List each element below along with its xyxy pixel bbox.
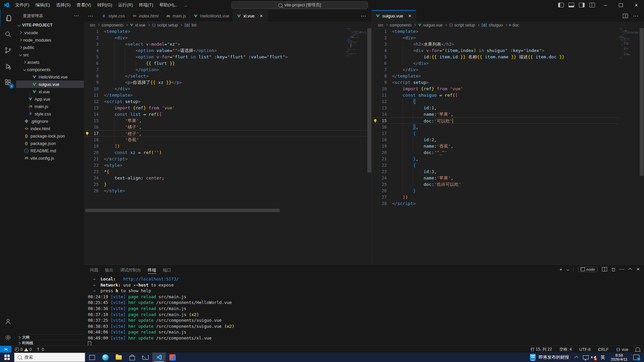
file-explorer-icon[interactable] xyxy=(112,353,125,362)
code-line-19[interactable]: 19 name:'香蕉', xyxy=(372,143,619,149)
code-editor-xl-vue[interactable]: 1<template>2 <div>3 <select v-model="xz"… xyxy=(84,28,367,264)
microsoft-store-icon[interactable] xyxy=(125,353,139,362)
code-line-12[interactable]: 12<script setup> xyxy=(84,98,367,105)
code-line-23[interactable]: 23*{ xyxy=(84,168,367,175)
code-line-10[interactable]: 10 </div> xyxy=(84,86,367,92)
tree-item-xl.vue[interactable]: xl.vue xyxy=(16,88,84,95)
edge-browser-icon[interactable] xyxy=(99,353,112,362)
outline-section[interactable]: 大纲 xyxy=(16,334,84,340)
mail-icon[interactable] xyxy=(139,353,152,362)
restore-button[interactable] xyxy=(613,0,629,10)
close-tab-icon[interactable]: ✕ xyxy=(407,13,413,18)
code-line-1[interactable]: 1<template> xyxy=(84,28,367,35)
tree-root-vite-project[interactable]: VITE-PROJECT xyxy=(16,21,84,29)
tree-item-style.css[interactable]: #style.css xyxy=(16,110,84,117)
menu-E[interactable]: 编辑(E) xyxy=(33,0,53,10)
code-line-3[interactable]: 3 <h2>水果列表</h2> xyxy=(372,41,619,47)
breadcrumb-item-shuiguo[interactable]: [@]shuiguo xyxy=(481,23,503,28)
code-line-20[interactable]: 20 doc:'^_^' xyxy=(372,149,619,156)
notification-center-button[interactable]: 4 xyxy=(631,353,644,362)
news-widget[interactable]: 即将发布的财报 xyxy=(526,353,573,362)
account-icon[interactable] xyxy=(0,313,16,329)
code-line-16[interactable]: 16 '橘子', xyxy=(84,124,367,130)
customize-layout-icon[interactable] xyxy=(589,3,595,7)
taskbar-search-input[interactable]: 搜索 xyxy=(14,353,85,362)
network-icon[interactable] xyxy=(581,353,591,362)
nav-back-button[interactable]: ← xyxy=(173,2,178,8)
tab-HelloWorld.vue[interactable]: HelloWorld.vue xyxy=(190,10,233,22)
code-line-2[interactable]: 2 <div> xyxy=(372,35,619,41)
panel-tab-调试控制台[interactable]: 调试控制台 xyxy=(120,265,141,275)
code-line-14[interactable]: 14 name:'苹果', xyxy=(372,111,619,117)
notifications-bell-icon[interactable] xyxy=(636,348,640,351)
sidebar-more-icon[interactable]: ··· xyxy=(74,13,79,18)
taskbar-clock[interactable]: 8:58 2026/4/11 xyxy=(607,353,631,362)
minimap-right[interactable]: <template> <div> <h2>水果列表</h2> <div v-fo… xyxy=(619,28,639,70)
tree-item-vite.config.js[interactable]: JSvite.config.js xyxy=(16,154,84,162)
breadcrumb-item-list[interactable]: [@]list xyxy=(184,23,197,28)
split-terminal-icon[interactable] xyxy=(602,267,607,271)
terminal-output[interactable]: → Local: http://localhost:5173/ → Networ… xyxy=(88,276,641,345)
tree-item-index.html[interactable]: <>index.html xyxy=(16,125,84,132)
remote-indicator[interactable]: >< xyxy=(0,346,11,353)
code-line-4[interactable]: 4 <option value="">请选择</option> xyxy=(84,47,367,54)
breadcrumb-item-src[interactable]: src xyxy=(378,23,383,28)
editor-actions-icon[interactable]: ··· xyxy=(361,13,366,18)
code-line-6[interactable]: 6 </div> xyxy=(372,60,619,66)
menu-S[interactable]: 选择(S) xyxy=(53,0,73,10)
code-editor-suiguo-vue[interactable]: 1<template>2 <div>3 <h2>水果列表</h2>4 <div … xyxy=(372,28,619,264)
tree-item-package.json[interactable]: {}package.json xyxy=(16,140,84,147)
code-line-22[interactable]: 22 { xyxy=(372,162,619,168)
code-line-9[interactable]: 9<script setup> xyxy=(372,79,619,86)
code-line-26[interactable]: 26 } xyxy=(372,188,619,194)
cursor-position-status[interactable]: 行 15, 列 22 xyxy=(531,347,552,352)
menu-R[interactable]: 运行(R) xyxy=(115,0,136,10)
code-line-10[interactable]: 10 import {ref} from 'vue' xyxy=(372,86,619,92)
tree-item-src[interactable]: src xyxy=(16,51,84,58)
settings-gear-icon[interactable] xyxy=(0,329,16,346)
minimap-left[interactable]: <template> <div> <select v-model="xz"> <… xyxy=(346,28,367,75)
code-line-24[interactable]: 24 text-align: center; xyxy=(84,175,367,181)
code-line-18[interactable]: 18 '香蕉' xyxy=(84,137,367,143)
input-language-indicator[interactable]: 英 xyxy=(598,353,607,362)
code-line-8[interactable]: 8</template> xyxy=(372,73,619,79)
terminal-instance-node[interactable]: > node xyxy=(578,267,598,272)
kill-terminal-icon[interactable] xyxy=(611,267,615,271)
tab-style.css[interactable]: #style.css xyxy=(98,10,128,22)
tree-item-.vscode[interactable]: .vscode xyxy=(16,29,84,36)
start-button[interactable] xyxy=(0,353,14,362)
ports-status[interactable]: 0 xyxy=(36,347,44,352)
toggle-sidebar-icon[interactable] xyxy=(558,3,564,7)
problems-status[interactable]: 0 0 xyxy=(15,347,32,352)
code-line-24[interactable]: 24 name:'苹果', xyxy=(372,175,619,181)
explorer-icon[interactable] xyxy=(0,10,16,26)
menu-V[interactable]: 查看(V) xyxy=(73,0,94,10)
eol-status[interactable]: CRLF xyxy=(598,347,608,352)
panel-tab-终端[interactable]: 终端 xyxy=(148,265,156,275)
panel-tab-问题[interactable]: 问题 xyxy=(90,265,98,275)
encoding-status[interactable]: UTF-8 xyxy=(579,347,591,352)
code-line-8[interactable]: 8 </select> xyxy=(84,73,367,79)
minimize-button[interactable]: ─ xyxy=(598,0,613,10)
code-line-4[interactable]: 4 <div v-for="(item,index) in shuiguo" :… xyxy=(372,47,619,54)
code-line-13[interactable]: 13 import {ref} from 'vue' xyxy=(84,105,367,111)
scrollbar-vertical-right[interactable] xyxy=(639,28,644,264)
tree-item-components[interactable]: components xyxy=(16,66,84,73)
code-line-1[interactable]: 1<template> xyxy=(372,28,619,35)
breadcrumb-item-suiguo.vue[interactable]: suiguo.vue xyxy=(418,23,442,28)
vscode-taskbar-icon[interactable] xyxy=(152,353,166,362)
nav-forward-button[interactable]: → xyxy=(183,2,188,8)
menu-T[interactable]: 终端(T) xyxy=(136,0,156,10)
timeline-section[interactable]: 时间线 xyxy=(16,340,84,346)
run-debug-icon[interactable] xyxy=(0,58,16,74)
volume-muted-icon[interactable]: ✕ xyxy=(591,353,598,362)
code-line-16[interactable]: 16 }, xyxy=(372,124,619,130)
code-line-26[interactable]: 26</style> xyxy=(84,188,367,194)
editor-actions-icon[interactable]: ··· xyxy=(633,13,639,18)
code-line-2[interactable]: 2 <div> xyxy=(84,35,367,41)
code-line-13[interactable]: 13 id:1, xyxy=(372,105,619,111)
command-center-search[interactable]: vite-project [管理员] xyxy=(231,1,368,9)
code-line-20[interactable]: 20 const xz = ref('') xyxy=(84,149,367,156)
breadcrumb-item-script setup[interactable]: {}script setup xyxy=(152,23,178,28)
tree-item-suiguo.vue[interactable]: suiguo.vue xyxy=(16,81,84,88)
